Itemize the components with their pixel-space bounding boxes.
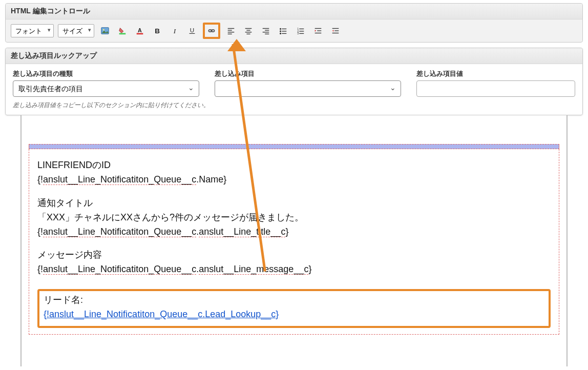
svg-rect-4 — [137, 33, 143, 35]
merge-lookup-title: 差し込み項目ルックアップ — [6, 48, 582, 64]
italic-icon[interactable]: I — [168, 25, 181, 37]
html-controls-title: HTML 編集コントロール — [6, 4, 582, 19]
merge-hint: 差し込み項目値をコピーし以下のセクション内に貼り付けてください。 — [6, 99, 582, 115]
link-icon[interactable] — [205, 25, 218, 37]
body-line-7: {!anslut__Line_Notificatiton_Queue__c.an… — [37, 262, 551, 277]
merge-value-input[interactable] — [416, 80, 575, 97]
svg-point-1 — [103, 29, 104, 31]
body-line-5: {!anslut__Line_Notificatiton_Queue__c.an… — [37, 225, 551, 239]
body-line-6: メッセージ内容 — [37, 248, 551, 262]
numbered-list-icon[interactable]: 123 — [294, 25, 307, 37]
link-highlight-box — [203, 23, 220, 39]
html-toolbar: フォント サイズ A B I U 123 — [6, 19, 582, 42]
bullet-list-icon[interactable] — [277, 25, 290, 37]
html-controls-panel: HTML 編集コントロール フォント サイズ A B I U 123 — [5, 3, 583, 43]
header-band — [29, 144, 559, 149]
svg-text:I: I — [173, 27, 177, 35]
body-line-1: LINEFRIENDのID — [37, 158, 551, 173]
image-icon[interactable] — [98, 25, 112, 37]
merge-type-select[interactable]: 取引先責任者の項目 — [13, 80, 199, 97]
body-line-4: 「XXX」チャネルにXXさんから?件のメッセージが届きました。 — [37, 211, 551, 225]
body-line-3: 通知タイトル — [37, 196, 551, 211]
email-body[interactable]: LINEFRIENDのID {!anslut__Line_Notificatit… — [29, 149, 559, 335]
merge-lookup-body: 差し込み項目の種類 取引先責任者の項目 差し込み項目 差し込み項目値 — [6, 64, 582, 99]
align-left-icon[interactable] — [224, 25, 238, 37]
merge-lookup-panel: 差し込み項目ルックアップ 差し込み項目の種類 取引先責任者の項目 差し込み項目 … — [5, 48, 583, 115]
indent-icon[interactable] — [311, 25, 325, 37]
lead-link[interactable]: {!anslut__Line_Notificatiton_Queue__c.Le… — [44, 309, 279, 319]
merge-value-label: 差し込み項目値 — [416, 69, 575, 78]
svg-text:B: B — [155, 27, 160, 35]
editor-canvas[interactable]: LINEFRIENDのID {!anslut__Line_Notificatit… — [20, 115, 568, 366]
editor-frame: LINEFRIENDのID {!anslut__Line_Notificatit… — [5, 115, 583, 366]
lead-label: リード名: — [44, 293, 544, 307]
svg-point-24 — [280, 29, 281, 30]
background-color-icon[interactable] — [116, 25, 129, 37]
merge-field-select[interactable] — [215, 80, 401, 97]
lead-highlight-box: リード名: {!anslut__Line_Notificatiton_Queue… — [37, 289, 551, 328]
align-right-icon[interactable] — [259, 25, 272, 37]
body-line-2: {!anslut__Line_Notificatiton_Queue__c.Na… — [37, 173, 551, 187]
svg-text:A: A — [138, 27, 142, 33]
svg-text:3: 3 — [297, 32, 299, 35]
size-select[interactable]: サイズ — [58, 24, 94, 37]
align-center-icon[interactable] — [242, 25, 255, 37]
svg-rect-2 — [119, 33, 126, 35]
bold-icon[interactable]: B — [151, 25, 164, 37]
merge-type-label: 差し込み項目の種類 — [13, 69, 199, 78]
merge-field-label: 差し込み項目 — [215, 69, 401, 78]
underline-icon[interactable]: U — [185, 25, 199, 37]
font-select[interactable]: フォント — [11, 24, 54, 37]
svg-text:U: U — [190, 27, 194, 33]
text-color-icon[interactable]: A — [133, 25, 146, 37]
svg-point-26 — [280, 31, 281, 32]
svg-point-28 — [280, 33, 281, 34]
outdent-icon[interactable] — [329, 25, 342, 37]
